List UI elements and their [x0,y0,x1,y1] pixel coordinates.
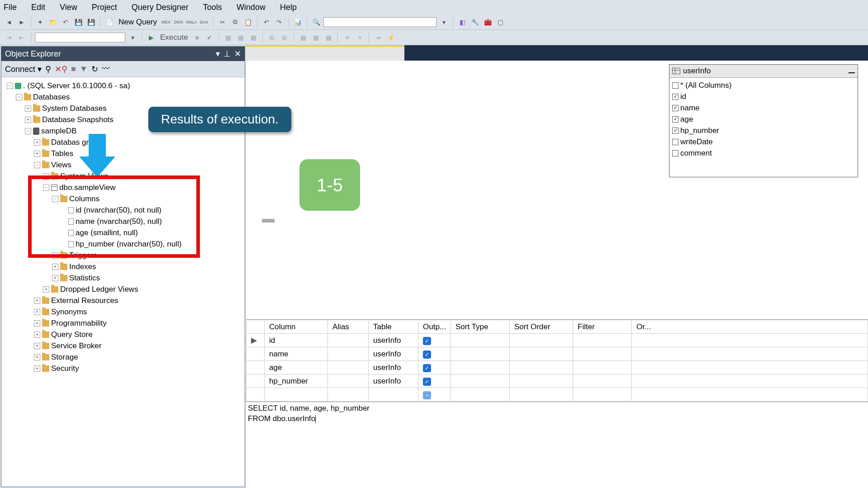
header-sort-order[interactable]: Sort Order [510,320,573,334]
copy-icon[interactable]: ⧉ [230,17,241,28]
expand-icon[interactable]: + [43,286,49,293]
undo2-icon[interactable]: ↶ [261,17,272,28]
collapse-icon[interactable]: − [25,128,31,134]
output-checkbox[interactable]: − [423,391,431,399]
nav-back-icon[interactable]: ◄ [4,17,14,28]
menu-view[interactable]: View [60,3,77,12]
filter-icon[interactable]: ▼ [80,64,88,74]
ext-icon[interactable]: ◧ [457,17,468,28]
activity-icon[interactable]: 〰 [102,64,110,74]
tables-node[interactable]: Tables [51,148,73,159]
col-age[interactable]: age [680,114,693,125]
checkbox-all[interactable] [672,82,678,89]
expand-icon[interactable]: + [34,332,40,338]
new-item-icon[interactable]: ✦ [35,17,46,28]
checkbox-age[interactable] [672,116,678,123]
expand-icon[interactable]: + [34,151,40,157]
output-checkbox[interactable]: ✓ [423,364,431,372]
criteria-pane[interactable]: Column Alias Table Outp... Sort Type Sor… [246,319,868,402]
checkbox-id[interactable] [672,94,678,100]
find-icon[interactable]: 🔍 [311,17,322,28]
programmability-node[interactable]: Programmability [51,317,107,329]
columns-node[interactable]: Columns [69,193,100,204]
undo-icon[interactable]: ↶ [60,17,71,28]
disconnect-icon[interactable]: ⚲ [45,64,51,74]
pin-icon[interactable]: ⊥ [223,49,231,59]
db-combo[interactable] [35,33,125,43]
col-hp[interactable]: hp_number [680,125,719,136]
execute-play-icon[interactable]: ▶ [146,32,157,43]
server-node[interactable]: . (SQL Server 16.0.1000.6 - sa) [23,80,130,91]
criteria-row[interactable]: ageuserInfo✓ [247,361,868,374]
indexes-node[interactable]: Indexes [69,261,96,272]
menu-project[interactable]: Project [92,3,117,12]
save-all-icon[interactable]: 💾 [85,17,96,28]
dropped-views-node[interactable]: Dropped Ledger Views [60,284,138,295]
window-icon[interactable]: ▢ [495,17,506,28]
expand-icon[interactable]: + [43,173,49,180]
toolbox-icon[interactable]: 🧰 [482,17,493,28]
expand-icon[interactable]: + [34,309,40,315]
sql-pane[interactable]: SELECT id, name, age, hp_number FROM dbo… [246,402,868,488]
expand-icon[interactable]: + [34,343,40,349]
expand-icon[interactable]: + [25,105,31,112]
statistics-node[interactable]: Statistics [69,272,100,284]
col-all[interactable]: * (All Columns) [680,80,731,91]
collapse-icon[interactable]: − [52,196,58,202]
chart-icon[interactable]: 📊 [292,17,303,28]
expand-icon[interactable]: + [52,264,58,270]
menu-window[interactable]: Window [237,3,266,12]
dropdown-icon[interactable]: ▾ [438,17,449,28]
expand-icon[interactable]: + [25,117,31,123]
criteria-row[interactable]: ▶iduserInfo✓ [247,334,868,347]
mdx-icon[interactable]: MDX [161,17,171,28]
expand-icon[interactable]: + [52,275,58,281]
expand-icon[interactable]: + [34,320,40,327]
dropdown-icon[interactable]: ▾ [216,49,220,59]
connect-button[interactable]: Connect ▾ [5,64,42,74]
service-broker-node[interactable]: Service Broker [51,340,101,351]
header-or[interactable]: Or... [632,320,868,334]
col-name[interactable]: name [680,102,700,114]
parse-icon[interactable]: ✓ [204,32,215,43]
expand-icon[interactable]: + [52,252,58,259]
active-tab[interactable] [246,45,404,61]
collapse-icon[interactable]: − [7,83,13,89]
output-checkbox[interactable]: ✓ [423,351,431,359]
checkbox-name[interactable] [672,105,678,111]
collapse-icon[interactable]: − [43,185,49,191]
expand-icon[interactable]: + [34,139,40,146]
table-titlebar[interactable]: userInfo [669,65,858,78]
cut-icon[interactable]: ✂ [217,17,228,28]
dax-icon[interactable]: DAX [199,17,209,28]
connect-icon[interactable]: ⚡ [385,32,396,43]
paste-icon[interactable]: 📋 [242,17,253,28]
query-store-node[interactable]: Query Store [51,329,93,340]
menu-query-designer[interactable]: Query Designer [132,3,189,12]
collapse-icon[interactable]: − [16,94,22,100]
criteria-row-empty[interactable]: − [247,388,868,402]
triggers-node[interactable]: Triggers [69,250,97,261]
collapse-icon[interactable]: − [34,162,40,168]
menu-file[interactable]: File [4,3,17,12]
views-node[interactable]: Views [51,159,71,171]
system-db-node[interactable]: System Databases [42,103,107,114]
header-column[interactable]: Column [265,320,328,334]
header-output[interactable]: Outp... [418,320,451,334]
col-id-node[interactable]: id (nvarchar(50), not null) [76,204,161,216]
splitter-grip[interactable] [262,219,275,223]
combo-arrow-icon[interactable]: ▾ [127,32,138,43]
synonyms-node[interactable]: Synonyms [51,306,87,317]
wrench-icon[interactable]: 🔧 [470,17,480,28]
header-alias[interactable]: Alias [328,320,369,334]
ext-res-node[interactable]: External Resources [51,295,118,306]
save-icon[interactable]: 💾 [73,17,84,28]
execute-button[interactable]: Execute [158,33,190,42]
checkbox-hp[interactable] [672,128,678,134]
minimize-icon[interactable] [849,69,855,73]
menu-tools[interactable]: Tools [203,3,222,12]
col-writedate[interactable]: writeDate [680,136,713,147]
menu-edit[interactable]: Edit [31,3,45,12]
expand-icon[interactable]: + [34,354,40,360]
criteria-row[interactable]: nameuserInfo✓ [247,347,868,361]
